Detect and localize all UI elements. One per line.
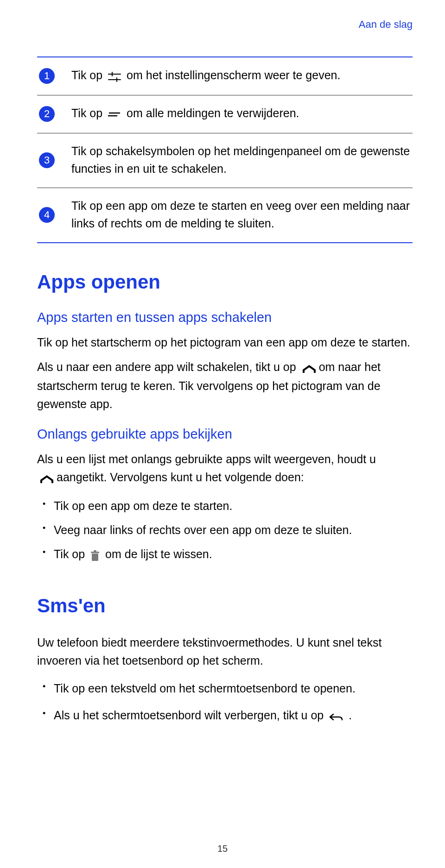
text: Tik op (71, 69, 106, 82)
paragraph: Als u naar een andere app wilt schakelen… (37, 358, 413, 413)
list-item: Als u het schermtoetsenbord wilt verberg… (41, 703, 413, 728)
text: Tik op (71, 107, 106, 120)
step-badge-3: 3 (39, 152, 55, 168)
heading-apps-openen: Apps openen (37, 271, 413, 293)
paragraph: Tik op het startscherm op het pictogram … (37, 333, 413, 352)
document-page: Aan de slag 1 Tik op om het instellingen… (0, 0, 445, 868)
paragraph: Uw telefoon biedt meerdere tekstinvoerme… (37, 634, 413, 670)
bullet-list: Als u het schermtoetsenbord wilt verberg… (37, 703, 413, 728)
paragraph: Als u een lijst met onlangs gebruikte ap… (37, 450, 413, 487)
text: Als u het schermtoetsenbord wilt verberg… (54, 709, 327, 722)
text: Als u een lijst met onlangs gebruikte ap… (37, 453, 376, 465)
home-icon (301, 359, 317, 377)
trash-icon (90, 546, 100, 564)
list-item: Veeg naar links of rechts over een app o… (41, 518, 413, 542)
list-item: Tik op om de lijst te wissen. (41, 542, 413, 567)
step-badge-2: 2 (39, 106, 55, 122)
step-row-3: 3 Tik op schakelsymbolen op het meldinge… (37, 133, 413, 188)
list-item: Tik op een app om deze te starten. (41, 494, 413, 518)
page-number: 15 (0, 843, 445, 854)
step-text-3: Tik op schakelsymbolen op het meldingenp… (71, 143, 411, 177)
bullet-list: Tik op een tekstveld om het schermtoetse… (37, 676, 413, 700)
step-text-2: Tik op om alle meldingen te verwijderen. (71, 105, 299, 123)
step-row-1: 1 Tik op om het instellingenscherm weer … (37, 57, 413, 95)
svg-rect-6 (92, 554, 98, 561)
divider (37, 242, 413, 243)
list-item: Tik op een tekstveld om het schermtoetse… (41, 676, 413, 700)
text: Tik op (54, 547, 88, 560)
clear-stack-icon (108, 106, 121, 123)
back-icon (329, 707, 343, 725)
text: om alle meldingen te verwijderen. (127, 107, 299, 120)
heading-smsen: Sms'en (37, 595, 413, 617)
svg-rect-8 (94, 550, 96, 552)
step-badge-1: 1 (39, 68, 55, 84)
text: om het instellingenscherm weer te geven. (127, 69, 340, 82)
bullet-list: Tik op een app om deze te starten. Veeg … (37, 494, 413, 567)
step-row-4: 4 Tik op een app om deze te starten en v… (37, 188, 413, 242)
subheading-apps-starten: Apps starten en tussen apps schakelen (37, 310, 413, 325)
svg-rect-7 (91, 552, 99, 553)
text: . (349, 709, 352, 722)
text: om de lijst te wissen. (105, 547, 212, 560)
step-row-2: 2 Tik op om alle meldingen te verwijdere… (37, 95, 413, 133)
step-badge-4: 4 (39, 207, 55, 223)
text: aangetikt. Vervolgens kunt u het volgend… (57, 471, 304, 484)
subheading-onlangs: Onlangs gebruikte apps bekijken (37, 427, 413, 442)
steps-table: 1 Tik op om het instellingenscherm weer … (37, 57, 413, 243)
page-header: Aan de slag (37, 19, 413, 31)
step-text-4: Tik op een app om deze te starten en vee… (71, 197, 411, 232)
step-text-1: Tik op om het instellingenscherm weer te… (71, 67, 340, 85)
settings-sliders-icon (108, 68, 121, 85)
text: Als u naar een andere app wilt schakelen… (37, 360, 299, 373)
home-icon (39, 469, 55, 487)
